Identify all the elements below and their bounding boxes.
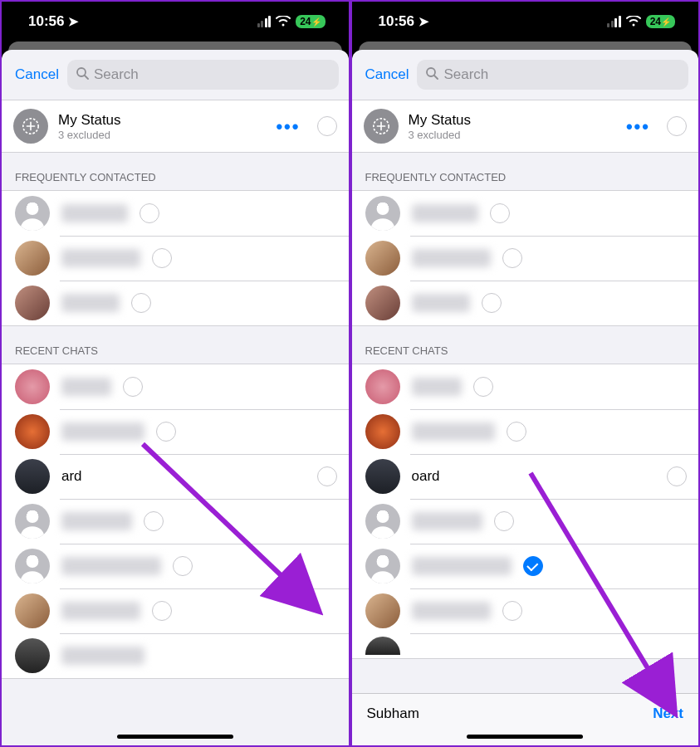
wifi-icon [626,16,641,27]
contact-name-blurred [412,204,478,222]
contact-row[interactable] [2,236,349,281]
contact-row[interactable] [2,544,349,588]
search-input[interactable]: Search [417,60,688,90]
contact-row[interactable] [352,499,699,544]
select-radio[interactable] [317,466,337,486]
contact-name-blurred [412,378,462,396]
search-placeholder: Search [94,66,139,83]
svg-point-5 [27,555,39,568]
avatar [15,241,50,276]
my-status-subtitle: 3 excluded [409,129,616,141]
select-radio[interactable] [502,248,522,268]
contact-name-blurred [61,204,128,222]
contact-row[interactable]: oard [352,454,699,499]
svg-point-12 [376,555,389,568]
select-radio[interactable] [140,203,159,223]
avatar [15,369,50,404]
avatar [365,369,400,404]
contact-row[interactable] [2,409,349,454]
home-indicator [467,735,583,739]
more-icon[interactable]: ••• [626,122,657,131]
select-radio-checked[interactable] [523,556,543,576]
select-radio[interactable] [507,422,526,442]
recent-list: oard [352,364,699,659]
cancel-button[interactable]: Cancel [365,66,409,83]
contact-name-blurred [412,294,470,312]
battery-badge: 24⚡ [296,15,325,28]
my-status-subtitle: 3 excluded [58,129,266,141]
select-radio[interactable] [123,377,143,397]
search-icon [425,66,438,83]
contact-name-blurred [61,378,111,396]
contact-row[interactable] [2,588,349,633]
select-radio[interactable] [473,377,493,397]
cellular-icon [257,16,272,27]
phone-right: 10:56 ➤ 24⚡ Cancel Search [352,2,699,745]
contact-row[interactable] [352,409,699,454]
avatar [15,638,50,673]
contact-row[interactable] [2,633,349,678]
contact-name-blurred [61,557,161,575]
contact-row[interactable]: ard [2,454,349,499]
avatar [365,241,400,276]
cancel-button[interactable]: Cancel [15,66,59,83]
ios-status-bar: 10:56 ➤ 24⚡ [2,2,349,42]
contact-row[interactable] [352,236,699,281]
select-radio[interactable] [494,511,514,531]
contact-name-blurred [412,249,491,267]
contact-row[interactable] [2,281,349,325]
share-sheet: Cancel Search My Status 3 excluded ••• [352,50,699,745]
avatar [365,286,400,320]
select-radio[interactable] [152,601,172,621]
frequent-list [352,190,699,326]
contact-row[interactable] [2,364,349,409]
avatar [365,414,400,449]
select-radio[interactable] [502,601,522,621]
contact-row[interactable] [2,191,349,236]
ios-status-bar: 10:56 ➤ 24⚡ [352,2,699,42]
select-radio[interactable] [173,556,193,576]
contact-name-blurred [412,512,482,530]
contact-row[interactable] [352,364,699,409]
my-status-title: My Status [409,112,616,129]
avatar [15,286,50,320]
contact-name-blurred [61,602,140,620]
my-status-row[interactable]: My Status 3 excluded ••• [352,100,699,153]
section-recent: Recent Chats [2,326,349,364]
contact-name-blurred [61,249,140,267]
search-row: Cancel Search [2,50,349,100]
my-status-radio[interactable] [317,116,337,136]
select-radio[interactable] [131,293,151,313]
search-placeholder: Search [443,66,488,83]
status-time: 10:56 [379,13,414,30]
contact-row[interactable] [2,499,349,544]
contact-name-blurred [61,294,120,312]
section-frequent: Frequently Contacted [352,153,699,190]
contact-row[interactable] [352,588,699,633]
select-radio[interactable] [156,422,176,442]
select-radio[interactable] [152,248,172,268]
more-icon[interactable]: ••• [276,122,306,131]
contact-row[interactable] [352,191,699,236]
svg-line-1 [85,76,88,79]
contact-row[interactable] [352,633,699,658]
avatar [365,196,400,231]
contact-name-blurred [61,512,132,530]
select-radio[interactable] [144,511,164,531]
contact-row[interactable] [352,281,699,325]
phone-left: 10:56 ➤ 24⚡ Cancel Search [2,2,349,745]
select-radio[interactable] [482,293,502,313]
select-radio[interactable] [490,203,510,223]
my-status-row[interactable]: My Status 3 excluded ••• [2,100,349,153]
recent-list: ard [2,364,349,679]
avatar [15,414,50,449]
search-input[interactable]: Search [67,60,339,90]
contact-name-blurred [61,647,144,665]
select-radio[interactable] [667,466,687,486]
my-status-radio[interactable] [667,116,687,136]
status-time: 10:56 [28,13,64,30]
contact-name-blurred [412,602,491,620]
contact-row[interactable] [352,544,699,588]
next-button[interactable]: Next [653,706,683,722]
contact-name-partial: oard [412,468,440,485]
